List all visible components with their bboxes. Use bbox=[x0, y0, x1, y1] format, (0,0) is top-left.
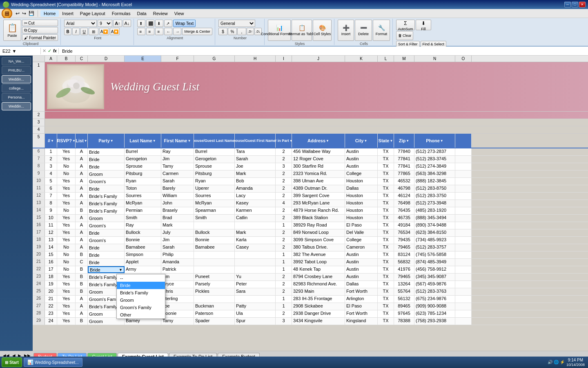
cell-num-in-party[interactable]: 1 bbox=[276, 222, 292, 229]
cell-spouse-first[interactable]: Amanda bbox=[235, 185, 276, 192]
dropdown-option-bride[interactable]: Bride bbox=[117, 282, 165, 289]
wrap-text-btn[interactable]: Wrap Text bbox=[173, 20, 196, 27]
start-button[interactable]: ⊞ Start bbox=[2, 357, 22, 367]
cell-zip[interactable]: 78388 bbox=[394, 318, 414, 325]
cell-city[interactable]: Houston bbox=[345, 193, 378, 200]
office-button[interactable]: ⊞ bbox=[2, 8, 12, 19]
cell-spouse-first[interactable]: Patty bbox=[235, 303, 276, 310]
cell-firstname[interactable]: July bbox=[161, 229, 194, 236]
cell-zip[interactable]: 76498 bbox=[394, 200, 414, 207]
cell-phone[interactable]: (512) 283-3763 bbox=[414, 288, 455, 295]
cell-spouse-first[interactable]: Bob bbox=[235, 178, 276, 185]
cell-list[interactable]: C bbox=[76, 259, 88, 266]
cell-spouse-first[interactable]: Karmen bbox=[235, 207, 276, 214]
cell-state[interactable]: TX bbox=[378, 266, 394, 273]
col-header-H[interactable]: H bbox=[235, 56, 276, 62]
cell-rsvp[interactable]: No bbox=[57, 259, 76, 266]
cell-list[interactable]: A bbox=[76, 200, 88, 207]
cell-num[interactable]: 8 bbox=[45, 200, 57, 207]
cell-num-in-party[interactable]: 1 bbox=[276, 266, 292, 273]
cell-spouse-first[interactable] bbox=[235, 259, 276, 266]
cell-spouse-first[interactable]: Yu bbox=[235, 274, 276, 280]
align-top-btn[interactable]: ⬆ bbox=[137, 20, 145, 27]
taskbar-excel[interactable]: 📊 Wedding-Spreadsheet... bbox=[24, 358, 82, 367]
cell-address[interactable]: 380 Talbus Drive. bbox=[292, 244, 345, 251]
insert-cells-btn[interactable]: ➕ Insert bbox=[338, 20, 354, 41]
cell-spouse-last[interactable]: Ryan bbox=[194, 178, 235, 185]
cell-list[interactable]: A bbox=[76, 178, 88, 185]
cell-city[interactable]: Houston bbox=[345, 200, 378, 207]
filter-arrow-lastname[interactable]: ▼ bbox=[153, 139, 156, 143]
menu-review[interactable]: Review bbox=[150, 10, 171, 17]
cell-spouse-last[interactable] bbox=[194, 251, 235, 258]
filter-arrow-city[interactable]: ▼ bbox=[364, 139, 367, 143]
cell-num[interactable]: 17 bbox=[45, 266, 57, 273]
cell-phone[interactable]: (345) 345-9087 bbox=[414, 274, 455, 280]
cell-firstname[interactable]: Brasely bbox=[161, 207, 194, 214]
menu-page-layout[interactable]: Page Layout bbox=[77, 10, 109, 17]
cell-spouse-last[interactable] bbox=[194, 296, 235, 303]
cell-state[interactable]: TX bbox=[378, 215, 394, 222]
text-orientation-btn[interactable]: ↗ bbox=[164, 20, 172, 27]
cell-state[interactable]: TX bbox=[378, 274, 394, 280]
increase-indent-btn[interactable]: → bbox=[173, 28, 181, 35]
dropdown-option-brides-family[interactable]: Bride's Family bbox=[117, 289, 165, 296]
cell-phone[interactable]: (512) 283-3745 bbox=[414, 156, 455, 163]
cell-spouse-first[interactable]: Lacy bbox=[235, 193, 276, 200]
cell-rsvp[interactable]: No bbox=[57, 244, 76, 251]
cell-firstname[interactable]: Jim bbox=[161, 237, 194, 244]
cell-list[interactable]: A bbox=[76, 163, 88, 170]
cell-num-in-party[interactable]: 2 bbox=[276, 281, 292, 288]
col-header-J[interactable]: J bbox=[292, 56, 345, 62]
cell-spouse-last[interactable]: Paterson bbox=[194, 310, 235, 317]
cell-spouse-first[interactable]: Mark bbox=[235, 229, 276, 236]
insert-function-btn[interactable]: fx bbox=[53, 49, 57, 53]
cell-spouse-last[interactable]: Pitsburg bbox=[194, 171, 235, 177]
cell-spouse-first[interactable] bbox=[235, 222, 276, 229]
confirm-formula-btn[interactable]: ✓ bbox=[48, 48, 51, 54]
cell-extra[interactable] bbox=[455, 310, 472, 317]
grid-scroll-area[interactable]: 1 bbox=[33, 62, 588, 351]
cell-list[interactable]: A bbox=[76, 244, 88, 251]
cell-spouse-first[interactable]: Kasey bbox=[235, 200, 276, 207]
col-header-N[interactable]: N bbox=[414, 56, 455, 62]
cell-rsvp[interactable]: Yes bbox=[57, 310, 76, 317]
cell-num[interactable]: 21 bbox=[45, 296, 57, 303]
cell-phone[interactable]: (623) 384-8150 bbox=[414, 229, 455, 236]
cell-lastname[interactable]: Barnabee bbox=[125, 244, 161, 251]
conditional-formatting-btn[interactable]: 📊 Conditional Formatting bbox=[268, 20, 291, 41]
font-name-select[interactable]: Arial bbox=[64, 20, 97, 27]
cell-address[interactable]: 2938 Danger Drive bbox=[292, 310, 345, 317]
cell-zip[interactable]: 46798 bbox=[394, 185, 414, 192]
cell-address[interactable]: 2323 Yomica Rd. bbox=[292, 171, 345, 177]
cell-firstname[interactable]: Joe bbox=[161, 303, 194, 310]
cell-phone[interactable]: (512) 283-3750 bbox=[414, 193, 455, 200]
cell-address[interactable]: 456 Wallabee Way bbox=[292, 148, 345, 155]
cell-party[interactable]: Groom's bbox=[88, 222, 125, 229]
cell-firstname[interactable]: Sarah bbox=[161, 178, 194, 185]
percent-btn[interactable]: % bbox=[228, 28, 237, 35]
party-dropdown-arrow[interactable]: ▼ bbox=[119, 268, 122, 272]
cell-city[interactable]: El Paso bbox=[345, 303, 378, 310]
cell-num[interactable]: 4 bbox=[45, 171, 57, 177]
cell-state[interactable]: TX bbox=[378, 244, 394, 251]
cell-spouse-last[interactable]: Gerogeton bbox=[194, 156, 235, 163]
cell-list[interactable]: A bbox=[76, 310, 88, 317]
cell-firstname[interactable]: Bryce bbox=[161, 281, 194, 288]
cell-zip[interactable]: 46124 bbox=[394, 193, 414, 200]
cell-rsvp[interactable]: No bbox=[57, 171, 76, 177]
cell-num-in-party[interactable]: 2 bbox=[276, 207, 292, 214]
cell-num[interactable]: 1 bbox=[45, 148, 57, 155]
delete-cells-btn[interactable]: ➖ Delete bbox=[355, 20, 372, 41]
cell-rsvp[interactable]: Yes bbox=[57, 318, 76, 325]
format-as-table-btn[interactable]: 📋 Format as Table bbox=[292, 20, 312, 41]
cell-state[interactable]: TX bbox=[378, 296, 394, 303]
cell-list[interactable]: B bbox=[76, 281, 88, 288]
cell-lastname[interactable]: Bonnie bbox=[125, 237, 161, 244]
autosum-btn[interactable]: Σ AutoSum bbox=[396, 20, 415, 30]
cell-num-in-party[interactable]: 2 bbox=[276, 148, 292, 155]
cell-zip[interactable]: 83124 bbox=[394, 251, 414, 258]
cell-address[interactable]: 82983 Richmond Ave. bbox=[292, 281, 345, 288]
cell-city[interactable]: Del Valle bbox=[345, 229, 378, 236]
cell-spouse-last[interactable]: McRyan bbox=[194, 200, 235, 207]
